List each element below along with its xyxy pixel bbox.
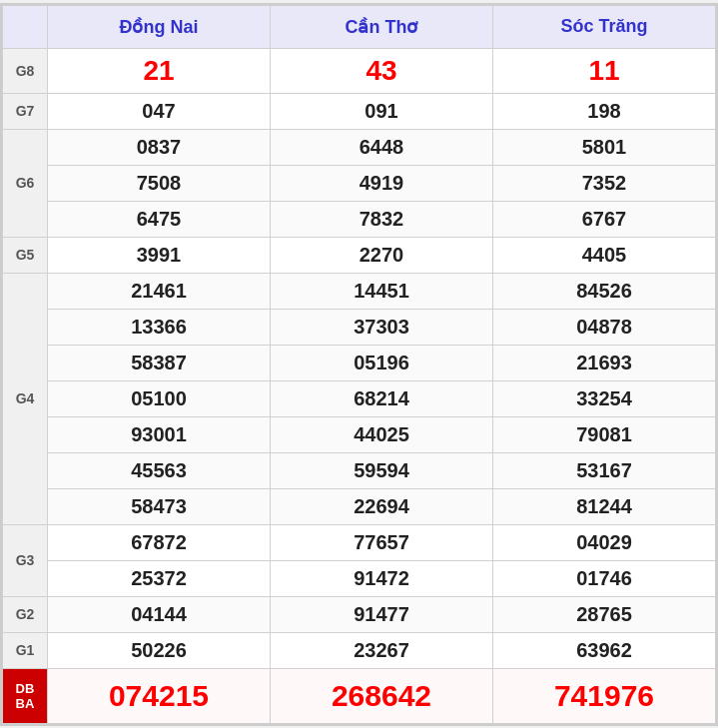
table-row-g3-sub1: 253729147201746 — [3, 560, 716, 596]
cell-g1-col1: 50226 — [48, 632, 271, 668]
cell-g7-col2: 091 — [271, 93, 493, 129]
cell-g4-col2-sub1: 37303 — [271, 309, 493, 345]
cell-g4-col2-sub5: 59594 — [271, 452, 493, 488]
cell-g3-col2-sub0: 77657 — [271, 524, 493, 560]
cell-g3-col1-sub1: 25372 — [48, 560, 271, 596]
row-label: G7 — [3, 93, 48, 129]
cell-g1-col2: 23267 — [271, 632, 493, 668]
row-label: G1 — [3, 632, 48, 668]
cell-g4-col2-sub3: 68214 — [271, 380, 493, 416]
cell-g7-col3: 198 — [493, 93, 716, 129]
cell-g6-col3-sub2: 6767 — [493, 201, 716, 237]
cell-g5-col2: 2270 — [271, 237, 493, 273]
cell-g1-col3: 63962 — [493, 632, 716, 668]
cell-g6-col1-sub1: 7508 — [48, 165, 271, 201]
cell-g3-col2-sub1: 91472 — [271, 560, 493, 596]
header-soc-trang: Sóc Trăng — [493, 5, 716, 48]
cell-g4-col1-sub5: 45563 — [48, 452, 271, 488]
cell-g6-col3-sub0: 5801 — [493, 129, 716, 165]
cell-g8-col2: 43 — [271, 48, 493, 93]
cell-g6-col2-sub0: 6448 — [271, 129, 493, 165]
cell-g4-col1-sub4: 93001 — [48, 416, 271, 452]
table-row-g8: G8214311 — [3, 48, 716, 93]
table-row-g4-sub5: 455635959453167 — [3, 452, 716, 488]
cell-g8-col3: 11 — [493, 48, 716, 93]
cell-g4-col1-sub0: 21461 — [48, 273, 271, 309]
cell-g4-col3-sub5: 53167 — [493, 452, 716, 488]
table-row: G7047091198 — [3, 93, 716, 129]
row-label: G2 — [3, 596, 48, 632]
cell-g4-col3-sub4: 79081 — [493, 416, 716, 452]
cell-g4-col2-sub4: 44025 — [271, 416, 493, 452]
cell-g5-col1: 3991 — [48, 237, 271, 273]
cell-g6-col1-sub0: 0837 — [48, 129, 271, 165]
table-row-g4-sub0: G4214611445184526 — [3, 273, 716, 309]
table-row-g6-sub1: 750849197352 — [3, 165, 716, 201]
cell-g6-col2-sub1: 4919 — [271, 165, 493, 201]
cell-g6-col1-sub2: 6475 — [48, 201, 271, 237]
cell-g3-col1-sub0: 67872 — [48, 524, 271, 560]
cell-g4-col2-sub6: 22694 — [271, 488, 493, 524]
table-row-special: DBBA074215268642741976 — [3, 668, 716, 723]
cell-special-col2: 268642 — [271, 668, 493, 723]
table-row-g4-sub3: 051006821433254 — [3, 380, 716, 416]
row-label-g3: G3 — [3, 524, 48, 596]
cell-g7-col1: 047 — [48, 93, 271, 129]
table-row: G1502262326763962 — [3, 632, 716, 668]
table-row-g4-sub1: 133663730304878 — [3, 309, 716, 345]
cell-g4-col1-sub6: 58473 — [48, 488, 271, 524]
table-row-g3-sub0: G3678727765704029 — [3, 524, 716, 560]
table-row-g6-sub0: G6083764485801 — [3, 129, 716, 165]
row-label-g8: G8 — [3, 48, 48, 93]
cell-g4-col3-sub0: 84526 — [493, 273, 716, 309]
table-row-g6-sub2: 647578326767 — [3, 201, 716, 237]
cell-g4-col1-sub1: 13366 — [48, 309, 271, 345]
cell-g4-col1-sub2: 58387 — [48, 345, 271, 380]
cell-special-col3: 741976 — [493, 668, 716, 723]
header-can-tho: Cần Thơ — [271, 5, 493, 48]
cell-g4-col3-sub3: 33254 — [493, 380, 716, 416]
cell-g4-col2-sub0: 14451 — [271, 273, 493, 309]
cell-g4-col3-sub6: 81244 — [493, 488, 716, 524]
cell-g6-col2-sub2: 7832 — [271, 201, 493, 237]
header-dong-nai: Đồng Nai — [48, 5, 271, 48]
row-label: G5 — [3, 237, 48, 273]
cell-g2-col1: 04144 — [48, 596, 271, 632]
row-label-g6: G6 — [3, 129, 48, 237]
cell-g4-col3-sub2: 21693 — [493, 345, 716, 380]
cell-g4-col1-sub3: 05100 — [48, 380, 271, 416]
cell-g3-col3-sub1: 01746 — [493, 560, 716, 596]
cell-g2-col2: 91477 — [271, 596, 493, 632]
header-label-col — [3, 5, 48, 48]
cell-g2-col3: 28765 — [493, 596, 716, 632]
table-row: G5399122704405 — [3, 237, 716, 273]
table-row: G2041449147728765 — [3, 596, 716, 632]
table-row-g4-sub4: 930014402579081 — [3, 416, 716, 452]
table-row-g4-sub6: 584732269481244 — [3, 488, 716, 524]
cell-g6-col3-sub1: 7352 — [493, 165, 716, 201]
cell-g5-col3: 4405 — [493, 237, 716, 273]
cell-g8-col1: 21 — [48, 48, 271, 93]
cell-special-col1: 074215 — [48, 668, 271, 723]
row-label-g4: G4 — [3, 273, 48, 524]
lottery-table-container: Đồng Nai Cần Thơ Sóc Trăng G8214311G7047… — [0, 3, 718, 726]
table-row-g4-sub2: 583870519621693 — [3, 345, 716, 380]
cell-g4-col2-sub2: 05196 — [271, 345, 493, 380]
cell-g3-col3-sub0: 04029 — [493, 524, 716, 560]
cell-g4-col3-sub1: 04878 — [493, 309, 716, 345]
row-label-special: DBBA — [3, 668, 48, 723]
